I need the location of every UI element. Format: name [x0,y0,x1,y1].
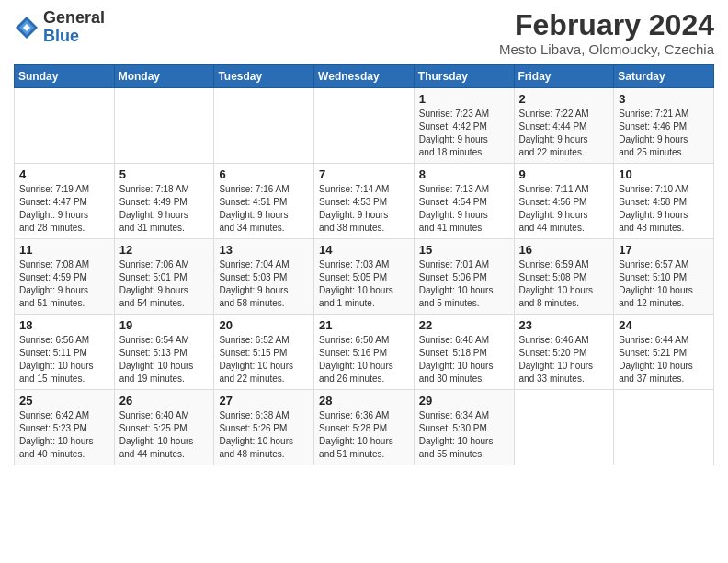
day-number: 10 [619,167,709,181]
day-number: 12 [119,243,210,257]
day-number: 4 [19,167,109,181]
calendar-cell: 17Sunrise: 6:57 AMSunset: 5:10 PMDayligh… [614,239,714,315]
day-number: 17 [619,243,709,257]
day-number: 2 [519,92,609,106]
day-info: Sunrise: 6:46 AMSunset: 5:20 PMDaylight:… [519,334,609,385]
calendar-week-row: 1Sunrise: 7:23 AMSunset: 4:42 PMDaylight… [15,88,714,164]
subtitle: Mesto Libava, Olomoucky, Czechia [499,41,714,57]
calendar-header-day: Thursday [414,65,514,88]
day-number: 28 [319,394,409,408]
logo-text: General Blue [43,9,105,46]
day-number: 15 [419,243,509,257]
logo: General Blue [14,9,105,46]
calendar-header-day: Wednesday [314,65,415,88]
calendar-week-row: 18Sunrise: 6:56 AMSunset: 5:11 PMDayligh… [15,315,714,390]
day-info: Sunrise: 7:18 AMSunset: 4:49 PMDaylight:… [119,183,210,235]
calendar-header-day: Friday [514,65,614,88]
day-info: Sunrise: 7:04 AMSunset: 5:03 PMDaylight:… [219,259,309,310]
day-number: 18 [19,318,109,332]
day-info: Sunrise: 7:19 AMSunset: 4:47 PMDaylight:… [19,183,109,235]
calendar-cell: 22Sunrise: 6:48 AMSunset: 5:18 PMDayligh… [414,315,514,390]
day-info: Sunrise: 6:48 AMSunset: 5:18 PMDaylight:… [419,334,509,385]
day-number: 25 [19,394,109,408]
calendar-cell: 29Sunrise: 6:34 AMSunset: 5:30 PMDayligh… [414,390,514,465]
calendar-cell: 27Sunrise: 6:38 AMSunset: 5:26 PMDayligh… [214,390,314,465]
day-info: Sunrise: 6:56 AMSunset: 5:11 PMDaylight:… [19,334,109,385]
day-info: Sunrise: 7:23 AMSunset: 4:42 PMDaylight:… [419,108,509,159]
calendar-cell [314,88,415,164]
calendar-cell: 24Sunrise: 6:44 AMSunset: 5:21 PMDayligh… [614,315,714,390]
calendar-cell: 9Sunrise: 7:11 AMSunset: 4:56 PMDaylight… [514,164,614,239]
calendar-header-day: Saturday [614,65,714,88]
calendar-cell: 1Sunrise: 7:23 AMSunset: 4:42 PMDaylight… [414,88,514,164]
day-info: Sunrise: 6:54 AMSunset: 5:13 PMDaylight:… [119,334,210,385]
day-number: 24 [619,318,709,332]
calendar-cell: 2Sunrise: 7:22 AMSunset: 4:44 PMDaylight… [514,88,614,164]
calendar-header-day: Sunday [15,65,115,88]
calendar-week-row: 11Sunrise: 7:08 AMSunset: 4:59 PMDayligh… [15,239,714,315]
calendar-cell: 12Sunrise: 7:06 AMSunset: 5:01 PMDayligh… [114,239,214,315]
calendar-header: SundayMondayTuesdayWednesdayThursdayFrid… [15,65,714,88]
day-info: Sunrise: 7:13 AMSunset: 4:54 PMDaylight:… [419,183,509,235]
day-number: 27 [219,394,309,408]
day-info: Sunrise: 6:36 AMSunset: 5:28 PMDaylight:… [319,409,409,461]
calendar-cell: 3Sunrise: 7:21 AMSunset: 4:46 PMDaylight… [614,88,714,164]
calendar-cell [614,390,714,465]
calendar-body: 1Sunrise: 7:23 AMSunset: 4:42 PMDaylight… [15,88,714,465]
calendar-header-day: Tuesday [214,65,314,88]
day-number: 23 [519,318,609,332]
day-number: 13 [219,243,309,257]
calendar-cell [15,88,115,164]
day-info: Sunrise: 6:38 AMSunset: 5:26 PMDaylight:… [219,409,309,461]
day-number: 19 [119,318,210,332]
logo-general: General [43,8,105,27]
day-number: 3 [619,92,709,106]
calendar-cell: 7Sunrise: 7:14 AMSunset: 4:53 PMDaylight… [314,164,415,239]
day-number: 14 [319,243,409,257]
day-info: Sunrise: 7:14 AMSunset: 4:53 PMDaylight:… [319,183,409,235]
calendar-header-row: SundayMondayTuesdayWednesdayThursdayFrid… [15,65,714,88]
day-info: Sunrise: 6:57 AMSunset: 5:10 PMDaylight:… [619,259,709,310]
calendar-cell [514,390,614,465]
day-info: Sunrise: 6:52 AMSunset: 5:15 PMDaylight:… [219,334,309,385]
day-info: Sunrise: 7:10 AMSunset: 4:58 PMDaylight:… [619,183,709,235]
calendar-cell: 5Sunrise: 7:18 AMSunset: 4:49 PMDaylight… [114,164,214,239]
day-number: 20 [219,318,309,332]
day-number: 11 [19,243,109,257]
calendar-cell: 8Sunrise: 7:13 AMSunset: 4:54 PMDaylight… [414,164,514,239]
day-number: 6 [219,167,309,181]
day-info: Sunrise: 7:06 AMSunset: 5:01 PMDaylight:… [119,259,210,310]
day-number: 22 [419,318,509,332]
day-number: 29 [419,394,509,408]
calendar-cell: 28Sunrise: 6:36 AMSunset: 5:28 PMDayligh… [314,390,415,465]
day-info: Sunrise: 7:08 AMSunset: 4:59 PMDaylight:… [19,259,109,310]
day-info: Sunrise: 6:59 AMSunset: 5:08 PMDaylight:… [519,259,609,310]
day-number: 9 [519,167,609,181]
logo-icon [14,15,40,40]
calendar-cell: 4Sunrise: 7:19 AMSunset: 4:47 PMDaylight… [15,164,115,239]
day-number: 16 [519,243,609,257]
day-info: Sunrise: 7:22 AMSunset: 4:44 PMDaylight:… [519,108,609,159]
day-info: Sunrise: 6:40 AMSunset: 5:25 PMDaylight:… [119,409,210,461]
calendar-week-row: 25Sunrise: 6:42 AMSunset: 5:23 PMDayligh… [15,390,714,465]
calendar-cell: 20Sunrise: 6:52 AMSunset: 5:15 PMDayligh… [214,315,314,390]
page-header: General Blue February 2024 Mesto Libava,… [14,9,714,57]
calendar-cell: 18Sunrise: 6:56 AMSunset: 5:11 PMDayligh… [15,315,115,390]
calendar-cell: 14Sunrise: 7:03 AMSunset: 5:05 PMDayligh… [314,239,415,315]
calendar-table: SundayMondayTuesdayWednesdayThursdayFrid… [14,64,714,465]
day-info: Sunrise: 7:01 AMSunset: 5:06 PMDaylight:… [419,259,509,310]
day-number: 21 [319,318,409,332]
calendar-cell: 10Sunrise: 7:10 AMSunset: 4:58 PMDayligh… [614,164,714,239]
day-info: Sunrise: 7:16 AMSunset: 4:51 PMDaylight:… [219,183,309,235]
day-number: 26 [119,394,210,408]
calendar-cell: 19Sunrise: 6:54 AMSunset: 5:13 PMDayligh… [114,315,214,390]
calendar-week-row: 4Sunrise: 7:19 AMSunset: 4:47 PMDaylight… [15,164,714,239]
day-number: 1 [419,92,509,106]
calendar-header-day: Monday [114,65,214,88]
calendar-cell: 25Sunrise: 6:42 AMSunset: 5:23 PMDayligh… [15,390,115,465]
calendar-cell: 26Sunrise: 6:40 AMSunset: 5:25 PMDayligh… [114,390,214,465]
calendar-cell: 13Sunrise: 7:04 AMSunset: 5:03 PMDayligh… [214,239,314,315]
title-block: February 2024 Mesto Libava, Olomoucky, C… [499,9,714,57]
day-info: Sunrise: 7:03 AMSunset: 5:05 PMDaylight:… [319,259,409,310]
day-number: 7 [319,167,409,181]
